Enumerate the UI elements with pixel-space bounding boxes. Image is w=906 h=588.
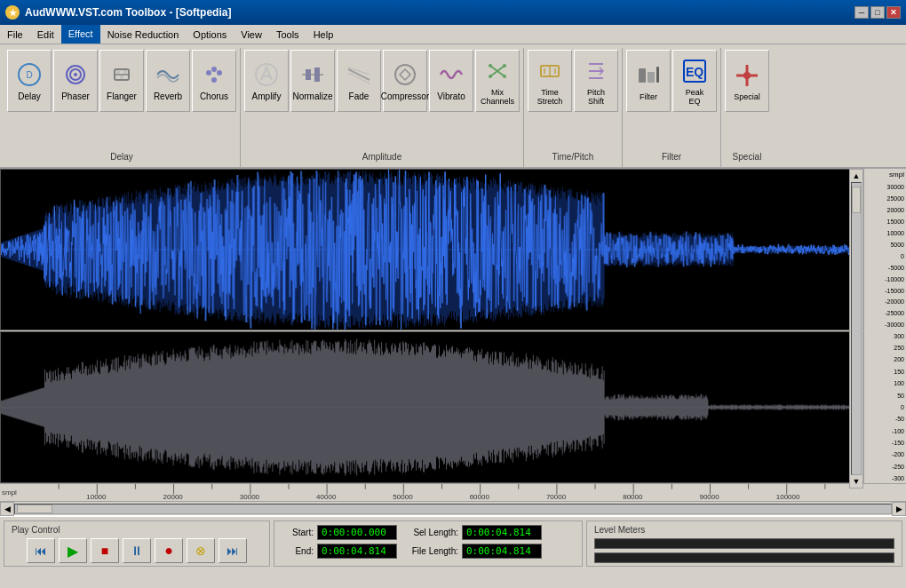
minimize-button[interactable]: ─ [854,6,869,19]
main-area: smpl 30000 25000 20000 15000 10000 5000 … [0,169,906,515]
amplify-icon [252,60,281,89]
vibrato-label: Vibrato [437,91,465,101]
svg-text:D: D [26,70,32,80]
app-icon: ★ [5,5,20,20]
title-bar-left: ★ AudWWW.VST.com Toolbox - [Softpedia] [5,5,231,20]
mix-channels-button[interactable]: MixChannels [475,50,520,112]
menu-file[interactable]: File [0,25,30,44]
svg-rect-35 [656,67,659,83]
svg-point-23 [489,75,492,78]
amplify-button[interactable]: Amplify [244,50,289,112]
menu-view[interactable]: View [234,25,269,44]
title-bar: ★ AudWWW.VST.com Toolbox - [Softpedia] ─… [0,0,906,25]
chorus-button[interactable]: Chorus [192,50,236,112]
peak-eq-icon: EQ [680,57,709,85]
flanger-label: Flanger [107,91,137,101]
sel-length-value: 0:00:04.814 [462,525,542,540]
reverb-icon [154,60,182,89]
svg-rect-17 [306,69,311,80]
normalize-button[interactable]: Normalize [290,50,335,112]
start-label: Start: [278,528,314,537]
ruler: smpl [0,483,906,501]
close-button[interactable]: ✕ [886,6,901,19]
level-meters-group: Level Meters [586,520,902,567]
flanger-button[interactable]: Flanger [99,50,144,112]
track1-canvas-area[interactable] [0,169,863,330]
delay-button[interactable]: D Delay [7,50,52,112]
menu-options[interactable]: Options [186,25,234,44]
fade-label: Fade [349,91,370,101]
normalize-label: Normalize [292,91,332,101]
toolbar-group-amplitude: Amplify Normalize [241,48,524,167]
mix-channels-icon [483,57,512,85]
track2-canvas-area[interactable] [0,331,863,484]
toolbar-group-special: Special Special [721,48,773,167]
start-row: Start: 0:00:00.000 Sel Length: 0:00:04.8… [278,525,578,540]
level-meters-label: Level Meters [594,525,645,535]
title-text: AudWWW.VST.com Toolbox - [Softpedia] [25,6,231,19]
end-label: End: [278,546,314,556]
filter1-label: Filter [640,92,657,101]
svg-rect-18 [314,68,320,82]
menu-effect[interactable]: Effect [61,25,100,44]
special-buttons: Special [725,50,769,112]
normalize-icon [298,60,327,89]
menu-help[interactable]: Help [306,25,341,44]
menu-edit[interactable]: Edit [30,25,61,44]
svg-point-12 [217,70,222,75]
reverb-button[interactable]: Reverb [146,50,190,112]
scrollbar-horizontal[interactable]: ◀ ▶ [0,501,906,515]
record-button[interactable]: ● [155,538,183,563]
bottom-bar: Play Control ⏮ ▶ ■ ⏸ ● ⊗ ⏭ Start: 0:00:0… [0,515,906,570]
stop-button[interactable]: ■ [91,538,119,563]
toolbar-group-delay: D Delay Phaser [4,48,241,167]
peak-eq-button[interactable]: EQ PeakEQ [672,50,717,112]
end-row: End: 0:00:04.814 File Length: 0:00:04.81… [278,544,578,559]
menu-tools[interactable]: Tools [269,25,306,44]
toolbar: D Delay Phaser [0,44,906,169]
chorus-label: Chorus [200,91,228,101]
amplify-label: Amplify [252,91,282,101]
pause-button[interactable]: ⏸ [123,538,151,563]
peak-eq-label: PeakEQ [686,88,704,106]
title-bar-controls[interactable]: ─ □ ✕ [854,6,901,19]
phaser-button[interactable]: Phaser [53,50,98,112]
amplitude-group-label: Amplitude [362,150,401,165]
svg-point-4 [74,73,77,76]
svg-point-24 [503,64,506,68]
flanger-icon [107,60,136,89]
svg-point-13 [211,77,217,83]
skip-back-button[interactable]: ⏮ [27,538,55,563]
svg-point-22 [489,64,492,68]
compressor-icon [391,60,419,89]
special1-icon [733,61,761,90]
filter1-icon [634,61,663,90]
scroll-left-arrow[interactable]: ◀ [0,502,14,516]
maximize-button[interactable]: □ [870,6,885,19]
phaser-icon [61,60,90,89]
skip-forward-button[interactable]: ⏭ [219,538,247,563]
filter1-button[interactable]: Filter [626,50,671,112]
toolbar-group-timepitch: TimeStretch PitchShift Time/Pitch [524,48,623,167]
menu-bar: File Edit Effect Noise Reduction Options… [0,25,906,44]
compressor-label: Compressor [381,91,429,101]
pitch-shift-button[interactable]: PitchShift [574,50,618,112]
compressor-button[interactable]: Compressor [383,50,427,112]
toolbar-group-filter: Filter EQ PeakEQ Filter [623,48,721,167]
fade-button[interactable]: Fade [337,50,381,112]
svg-rect-33 [639,68,646,83]
time-stretch-button[interactable]: TimeStretch [528,50,572,112]
fade-icon [345,60,373,89]
vibrato-button[interactable]: Vibrato [429,50,473,112]
svg-rect-34 [648,72,655,83]
special1-label: Special [734,92,760,101]
play-button[interactable]: ▶ [59,538,87,563]
chorus-icon [200,60,228,89]
sel-length-label: Sel Length: [401,528,458,537]
loop-button[interactable]: ⊗ [187,538,215,563]
scrollbar-vertical[interactable]: ▲ ▼ [849,169,863,489]
scroll-right-arrow[interactable]: ▶ [892,502,906,516]
svg-point-25 [503,75,506,78]
special1-button[interactable]: Special [725,50,769,112]
menu-noise-reduction[interactable]: Noise Reduction [100,25,187,44]
